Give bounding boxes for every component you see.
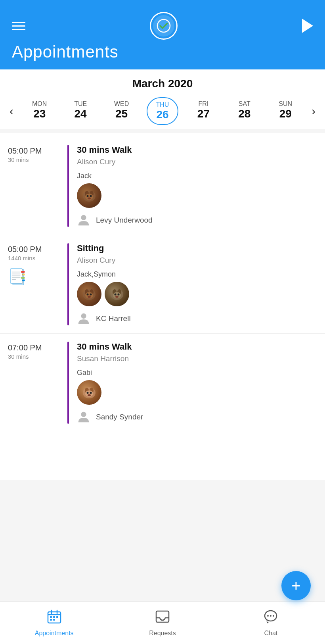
svg-point-6 xyxy=(90,195,92,197)
day-item-mon[interactable]: MON 23 xyxy=(24,97,55,125)
day-num: 26 xyxy=(156,108,168,121)
prev-week-button[interactable]: ‹ xyxy=(4,104,19,118)
page-title: Appointments xyxy=(12,42,313,62)
dog-face-icon xyxy=(79,186,99,206)
day-item-thu[interactable]: THU 26 xyxy=(147,97,178,125)
appointment-row[interactable]: 05:00 PM 30 mins 30 mins Walk Alison Cur… xyxy=(0,137,325,235)
day-items: MON 23 TUE 24 WED 25 THU 26 FRI 27 SAT 2… xyxy=(19,97,306,125)
app-header: Appointments xyxy=(0,0,325,69)
appointments-area: 05:00 PM 30 mins 30 mins Walk Alison Cur… xyxy=(0,133,325,480)
appointment-duration: 30 mins xyxy=(8,353,29,360)
svg-point-15 xyxy=(88,296,91,298)
nav-chat-label: Chat xyxy=(264,630,277,637)
day-name: SUN xyxy=(279,100,292,108)
svg-point-31 xyxy=(81,412,86,417)
day-num: 25 xyxy=(115,108,128,120)
day-num: 28 xyxy=(238,108,250,120)
time-column: 05:00 PM 30 mins xyxy=(8,145,67,227)
pets-label: Jack xyxy=(77,172,317,180)
svg-point-30 xyxy=(88,394,91,396)
chat-icon xyxy=(263,609,278,627)
appointment-content: 30 mins Walk Susan Harrison Gabi Sandy S… xyxy=(77,342,317,424)
day-item-sat[interactable]: SAT 28 xyxy=(229,97,260,125)
sitter-row: Levy Underwood xyxy=(77,213,317,227)
owner-name: Alison Cury xyxy=(77,256,317,265)
calendar-icon xyxy=(47,609,62,627)
appointment-row[interactable]: 07:00 PM 30 mins 30 mins Walk Susan Harr… xyxy=(0,334,325,432)
svg-point-5 xyxy=(87,195,89,197)
svg-rect-39 xyxy=(50,619,52,621)
next-week-button[interactable]: › xyxy=(306,104,321,118)
sitter-name: Sandy Synder xyxy=(96,413,143,421)
svg-point-7 xyxy=(88,198,91,200)
svg-point-44 xyxy=(270,615,271,617)
nav-requests-label: Requests xyxy=(149,630,176,637)
notes-icon-wrap: 📑 xyxy=(8,268,27,285)
svg-point-28 xyxy=(87,392,89,394)
nav-appointments-label: Appointments xyxy=(35,630,74,637)
owner-name: Alison Cury xyxy=(77,158,317,166)
day-num: 29 xyxy=(279,108,292,120)
dog-face-icon xyxy=(107,284,127,304)
nav-chat[interactable]: Chat xyxy=(217,609,325,637)
day-num: 23 xyxy=(33,108,46,120)
play-button[interactable] xyxy=(302,19,313,33)
sitter-row: Sandy Synder xyxy=(77,410,317,424)
appointment-duration: 30 mins xyxy=(8,156,29,163)
svg-point-29 xyxy=(90,392,92,394)
time-column: 07:00 PM 30 mins xyxy=(8,342,67,424)
appointment-row[interactable]: 05:00 PM 1440 mins 📑 Sitting Alison Cury… xyxy=(0,235,325,334)
calendar-section: March 2020 ‹ MON 23 TUE 24 WED 25 THU 26… xyxy=(0,69,325,129)
svg-point-14 xyxy=(90,294,92,296)
svg-point-13 xyxy=(87,294,89,296)
week-nav: ‹ MON 23 TUE 24 WED 25 THU 26 FRI 27 SAT… xyxy=(0,97,325,125)
pet-avatar xyxy=(77,183,101,208)
dog-face-icon xyxy=(79,383,99,402)
appointment-type: 30 mins Walk xyxy=(77,145,317,155)
sitter-name: KC Harrell xyxy=(96,314,131,323)
day-name: TUE xyxy=(74,100,87,108)
appointment-type: 30 mins Walk xyxy=(77,342,317,352)
bottom-nav: Appointments Requests Chat xyxy=(0,601,325,644)
day-name: MON xyxy=(32,100,47,108)
day-item-sun[interactable]: SUN 29 xyxy=(270,97,301,125)
day-name: SAT xyxy=(239,100,250,108)
inbox-icon xyxy=(155,609,170,627)
svg-rect-37 xyxy=(53,616,55,618)
svg-rect-40 xyxy=(53,619,55,621)
menu-button[interactable] xyxy=(12,22,25,30)
day-item-fri[interactable]: FRI 27 xyxy=(187,97,219,125)
pet-avatar xyxy=(77,380,101,405)
day-item-tue[interactable]: TUE 24 xyxy=(65,97,96,125)
svg-point-20 xyxy=(115,294,117,296)
add-appointment-button[interactable]: + xyxy=(281,571,311,600)
month-year: March 2020 xyxy=(0,77,325,90)
plus-icon: + xyxy=(291,578,300,594)
appointment-time: 05:00 PM xyxy=(8,245,42,254)
appointment-type: Sitting xyxy=(77,243,317,254)
day-item-wed[interactable]: WED 25 xyxy=(106,97,138,125)
sitter-row: KC Harrell xyxy=(77,312,317,325)
appointment-divider xyxy=(67,243,69,325)
nav-appointments[interactable]: Appointments xyxy=(0,609,108,637)
pet-avatar xyxy=(105,282,129,306)
appointment-content: 30 mins Walk Alison Cury Jack Levy Under… xyxy=(77,145,317,227)
nav-requests[interactable]: Requests xyxy=(108,609,216,637)
person-icon xyxy=(77,312,90,325)
appointment-duration: 1440 mins xyxy=(8,255,35,261)
day-name: WED xyxy=(114,100,129,108)
svg-point-43 xyxy=(267,615,269,617)
appointment-time: 05:00 PM xyxy=(8,146,42,156)
notes-icon: 📑 xyxy=(8,268,27,285)
appointment-time: 07:00 PM xyxy=(8,343,42,352)
svg-point-23 xyxy=(81,313,86,319)
logo-inner xyxy=(153,15,174,37)
appointment-content: Sitting Alison Cury Jack,Symon xyxy=(77,243,317,325)
appointment-divider xyxy=(67,145,69,227)
dog-face-icon xyxy=(79,284,99,304)
owner-name: Susan Harrison xyxy=(77,354,317,363)
app-logo xyxy=(150,12,178,40)
pet-avatars xyxy=(77,380,317,405)
pet-avatar xyxy=(77,282,101,306)
day-num: 27 xyxy=(197,108,210,120)
